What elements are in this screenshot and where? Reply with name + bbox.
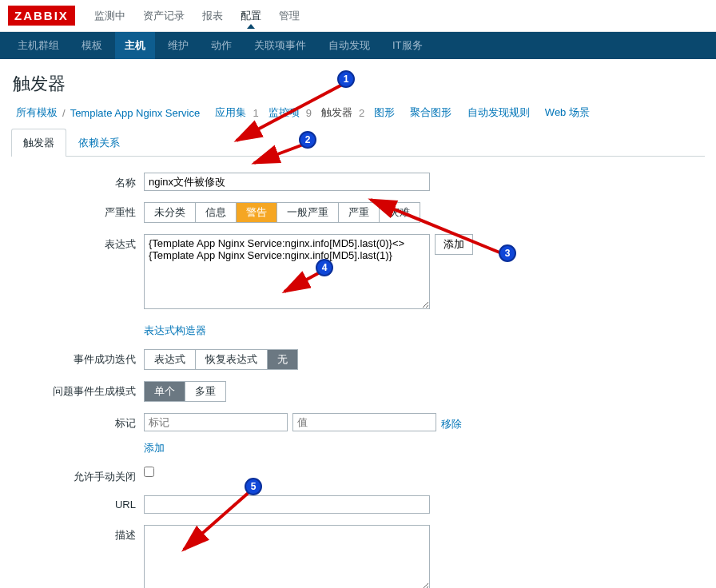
svg-line-2 <box>371 200 503 254</box>
svg-line-1 <box>254 144 305 163</box>
svg-line-4 <box>184 491 251 550</box>
svg-line-3 <box>284 272 321 292</box>
svg-line-0 <box>237 84 344 141</box>
annotation-arrows <box>0 0 716 588</box>
